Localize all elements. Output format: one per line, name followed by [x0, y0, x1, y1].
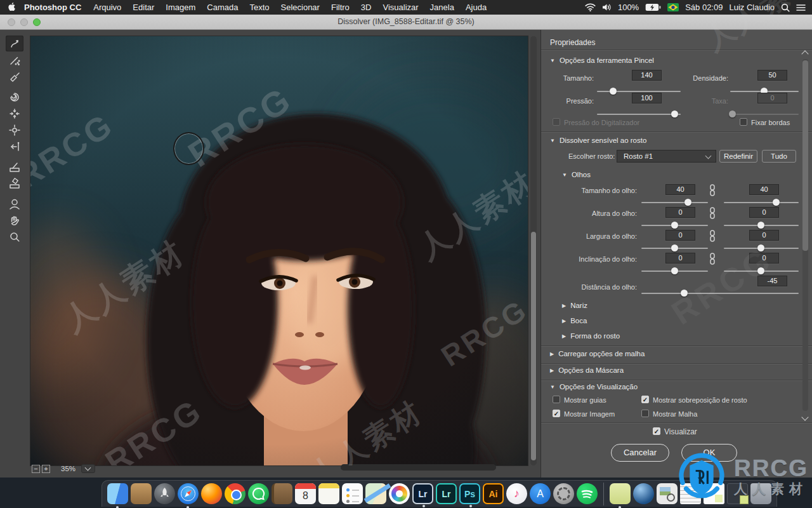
brush-size-slider[interactable] [597, 91, 681, 92]
eye-tilt-right-slider[interactable] [724, 271, 799, 272]
wifi-icon[interactable] [585, 3, 596, 11]
spotlight-search-icon[interactable] [781, 3, 790, 12]
eye-distance-input[interactable]: -45 [757, 276, 787, 286]
menu-visualizar[interactable]: Visualizar [377, 3, 424, 12]
ok-button[interactable]: OK [681, 444, 737, 462]
apple-menu-icon[interactable] [8, 3, 16, 13]
itunes-icon[interactable]: ♪ [506, 483, 527, 504]
forward-warp-tool[interactable] [6, 36, 23, 51]
hand-tool[interactable] [6, 212, 23, 228]
section-mouth[interactable]: ▶Boca [562, 317, 587, 324]
image-canvas[interactable]: RRCG 人人素材 人人素材 RRCG 人人素材 RRCG RRCG [30, 36, 528, 465]
menu-editar[interactable]: Editar [127, 3, 160, 12]
smooth-tool[interactable] [6, 69, 23, 84]
eye-tilt-left-slider[interactable] [641, 271, 708, 272]
document-icon[interactable] [680, 483, 701, 504]
eye-width-right-slider[interactable] [724, 248, 799, 249]
reminders-icon[interactable] [342, 483, 363, 504]
section-nose[interactable]: ▶Nariz [562, 302, 587, 309]
preview-checkbox[interactable] [653, 427, 660, 435]
eye-width-right-input[interactable]: 0 [749, 230, 779, 241]
chrome-icon[interactable] [225, 483, 246, 504]
pucker-tool[interactable] [6, 105, 23, 121]
brush-pressure-slider[interactable] [597, 114, 681, 115]
face-tool[interactable] [6, 196, 23, 211]
volume-icon[interactable] [602, 3, 612, 11]
menubar-clock[interactable]: Sáb 02:09 [685, 3, 723, 12]
finder-icon[interactable] [107, 483, 128, 504]
safari-icon[interactable] [178, 483, 199, 504]
pin-edges-checkbox[interactable] [740, 118, 747, 126]
menu-ajuda[interactable]: Ajuda [460, 3, 492, 12]
scroll-up-icon[interactable] [801, 50, 808, 57]
show-face-overlay-checkbox[interactable] [641, 396, 649, 403]
menu-camada[interactable]: Camada [201, 3, 244, 12]
section-load-mesh[interactable]: ▶Carregar opções de malha [550, 350, 645, 358]
eye-size-left-slider[interactable] [641, 202, 708, 203]
trash-icon[interactable] [750, 483, 771, 504]
scroll-down-icon[interactable] [801, 413, 808, 420]
stickies-icon[interactable] [610, 483, 631, 504]
system-preferences-icon[interactable] [553, 483, 574, 504]
cancel-button[interactable]: Cancelar [611, 444, 669, 462]
brush-density-input[interactable]: 50 [757, 70, 787, 81]
panel-scrollbar[interactable] [801, 51, 809, 420]
eye-tilt-link-icon[interactable] [708, 253, 717, 265]
canvas-vertical-scrollbar[interactable] [530, 36, 537, 465]
section-brush-options[interactable]: ▼Opções da ferramenta Pincel [550, 57, 654, 64]
zoom-in-button[interactable]: + [42, 465, 50, 473]
lightroom-classic-icon[interactable]: Lr [436, 483, 457, 504]
choose-face-select[interactable]: Rosto #1 [617, 150, 716, 163]
eye-width-left-input[interactable]: 0 [665, 230, 695, 241]
notification-center-icon[interactable] [796, 4, 806, 11]
brush-pressure-input[interactable]: 100 [632, 93, 662, 104]
zoom-out-button[interactable]: − [32, 465, 40, 473]
eye-size-link-icon[interactable] [708, 184, 717, 196]
eye-height-left-slider[interactable] [641, 225, 708, 226]
all-faces-button[interactable]: Tudo [762, 150, 796, 163]
menu-janela[interactable]: Janela [424, 3, 460, 12]
eye-tilt-right-input[interactable]: 0 [749, 253, 779, 264]
eye-width-left-slider[interactable] [641, 248, 708, 249]
eye-height-right-input[interactable]: 0 [749, 207, 779, 218]
paper-bag-app-icon[interactable] [131, 483, 152, 504]
menu-arquivo[interactable]: Arquivo [88, 3, 127, 12]
brazil-flag-input-icon[interactable] [667, 3, 679, 11]
document-icon-2[interactable] [704, 483, 724, 504]
illustrator-icon[interactable]: Ai [483, 483, 504, 504]
whatsapp-icon[interactable] [248, 483, 269, 504]
eye-tilt-left-input[interactable]: 0 [665, 253, 695, 264]
dictionary-book-icon[interactable] [272, 483, 292, 504]
show-mesh-checkbox[interactable] [641, 410, 649, 417]
thaw-mask-tool[interactable] [6, 175, 23, 191]
launchpad-icon[interactable] [154, 483, 175, 504]
freeze-mask-tool[interactable] [6, 159, 23, 175]
reset-face-button[interactable]: Redefinir [719, 150, 757, 163]
zoom-level-dropdown[interactable] [81, 464, 95, 473]
photoshop-icon[interactable]: Ps [459, 483, 480, 504]
twirl-clockwise-tool[interactable] [6, 89, 23, 105]
push-left-tool[interactable] [6, 138, 23, 154]
menu-texto[interactable]: Texto [244, 3, 275, 12]
photos-icon[interactable] [389, 483, 410, 504]
firefox-icon[interactable] [201, 483, 222, 504]
notes-icon[interactable] [318, 483, 339, 504]
eye-height-link-icon[interactable] [708, 207, 717, 219]
reconstruct-tool[interactable] [6, 52, 23, 68]
app-store-icon[interactable]: A [530, 483, 551, 504]
maps-icon[interactable] [365, 483, 386, 504]
eye-size-left-input[interactable]: 40 [665, 184, 695, 195]
eye-distance-slider[interactable] [641, 293, 799, 294]
app-menu-photoshop[interactable]: Photoshop CC [16, 3, 88, 12]
eye-height-right-slider[interactable] [724, 225, 799, 226]
eye-size-right-input[interactable]: 40 [749, 184, 779, 195]
minimized-window-icon[interactable] [727, 483, 748, 504]
menu-imagem[interactable]: Imagem [160, 3, 201, 12]
brush-size-input[interactable]: 140 [632, 70, 662, 81]
lightroom-icon[interactable]: Lr [412, 483, 433, 504]
canvas-horizontal-scrollbar[interactable] [341, 464, 496, 471]
bloat-tool[interactable] [6, 122, 23, 138]
eye-width-link-icon[interactable] [708, 230, 717, 242]
calendar-icon[interactable]: 8 [295, 483, 316, 504]
section-eyes[interactable]: ▼Olhos [562, 171, 591, 178]
